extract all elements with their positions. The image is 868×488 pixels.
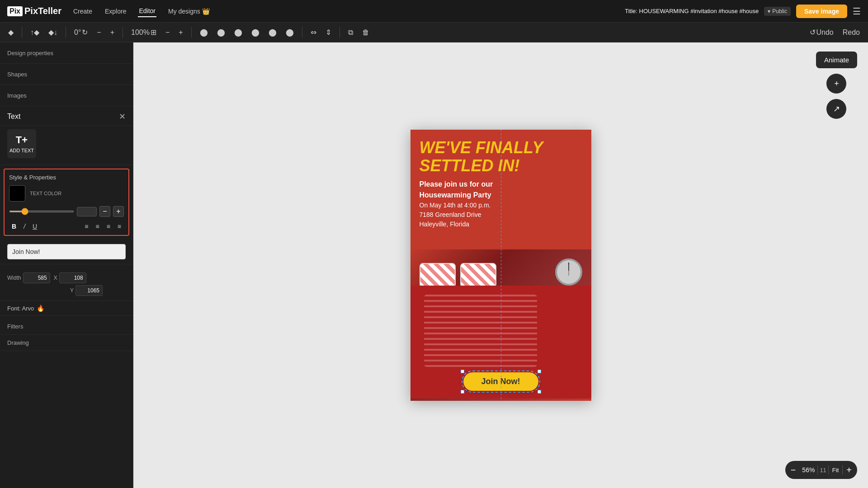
font-row[interactable]: Font: Arvo 🔥 xyxy=(0,301,133,316)
rotation-field[interactable]: 0° ↻ xyxy=(71,26,90,38)
design-properties-label[interactable]: Design properties xyxy=(7,50,53,56)
font-size-decrease-button[interactable]: − xyxy=(99,206,110,217)
canvas-area[interactable]: WE'VE FINALLY SETTLED IN! Please join us… xyxy=(133,42,868,488)
bold-button[interactable]: B xyxy=(9,221,19,231)
subtext-area: Please join us for our Housewarming Part… xyxy=(420,179,582,229)
duplicate-icon[interactable]: ⧉ xyxy=(345,27,356,38)
align-justify-button[interactable]: ≡ xyxy=(115,221,124,231)
zoom-out-btn[interactable]: − xyxy=(163,27,172,38)
public-label: Public xyxy=(772,8,787,14)
move-up-icon[interactable]: ↑◆ xyxy=(28,26,42,38)
animate-button[interactable]: Animate xyxy=(816,52,857,68)
align-left-button[interactable]: ≡ xyxy=(82,221,91,231)
design-canvas[interactable]: WE'VE FINALLY SETTLED IN! Please join us… xyxy=(410,130,591,401)
flip-h-icon[interactable]: ⇔ xyxy=(308,26,319,38)
share-button[interactable]: ↗ xyxy=(826,99,846,119)
y-row: Y xyxy=(7,285,126,296)
layer-icon[interactable]: ◆ xyxy=(5,26,16,38)
subtext-address1: 7188 Greenland Drive xyxy=(420,210,582,220)
add-text-button[interactable]: T+ ADD TEXT xyxy=(7,129,36,158)
handle-tr xyxy=(538,370,541,373)
nav-editor[interactable]: Editor xyxy=(138,5,156,17)
handle-br xyxy=(538,390,541,394)
toolbar-separator-5 xyxy=(302,27,302,38)
width-input[interactable] xyxy=(23,272,50,283)
style-properties-panel: Style & Properties TEXT COLOR 32 − + B /… xyxy=(4,169,129,236)
top-navigation: Pix PixTeller Create Explore Editor My d… xyxy=(0,0,868,23)
nav-my-designs[interactable]: My designs 👑 xyxy=(167,6,211,17)
font-size-slider[interactable] xyxy=(9,211,74,212)
text-content-input[interactable] xyxy=(7,244,126,259)
text-section-header: Text ✕ xyxy=(0,106,133,126)
align-top-icon[interactable]: ⬤ xyxy=(249,26,262,38)
align-right-icon[interactable]: ⬤ xyxy=(231,26,245,38)
close-text-panel-button[interactable]: ✕ xyxy=(119,112,126,122)
font-size-row: 32 − + xyxy=(9,206,124,217)
align-center-h-icon[interactable]: ⬤ xyxy=(214,26,228,38)
align-right-button[interactable]: ≡ xyxy=(104,221,113,231)
subtext-intro: Please join us for our xyxy=(420,180,493,188)
save-image-button[interactable]: Save image xyxy=(796,5,847,18)
undo-btn[interactable]: ↺ Undo xyxy=(807,26,836,38)
align-bottom-icon[interactable]: ⬤ xyxy=(266,26,279,38)
shapes-section[interactable]: Shapes xyxy=(0,64,133,85)
font-size-input[interactable]: 32 xyxy=(77,207,97,216)
width-field: Width xyxy=(7,272,50,283)
canvas-bottom-img: Join Now! xyxy=(410,249,591,401)
plus-size-btn[interactable]: + xyxy=(108,27,117,38)
x-field: X xyxy=(54,272,86,283)
shapes-label[interactable]: Shapes xyxy=(7,71,27,78)
filters-item[interactable]: Filters xyxy=(0,319,133,335)
subtext-address2: Haleyville, Florida xyxy=(420,220,582,229)
align-center-button[interactable]: ≡ xyxy=(93,221,102,231)
title-value[interactable]: HOUSEWARMING #invitation #house #house xyxy=(639,8,759,14)
align-left-icon[interactable]: ⬤ xyxy=(197,26,211,38)
text-icon: T+ xyxy=(16,134,28,146)
handle-tl xyxy=(461,370,464,373)
zoom-in-btn[interactable]: + xyxy=(176,27,185,38)
move-down-icon[interactable]: ◆↓ xyxy=(46,26,60,38)
nav-create[interactable]: Create xyxy=(72,6,93,17)
title-label: Title: xyxy=(625,8,637,14)
italic-button[interactable]: / xyxy=(21,221,28,231)
logo[interactable]: Pix PixTeller xyxy=(7,6,61,16)
images-section[interactable]: Images xyxy=(0,85,133,106)
font-size-increase-button[interactable]: + xyxy=(113,206,124,217)
x-input[interactable] xyxy=(59,272,86,283)
drawing-item[interactable]: Drawing xyxy=(0,335,133,351)
pillow-2 xyxy=(460,263,496,288)
public-badge[interactable]: ▾ Public xyxy=(764,7,791,16)
nav-explore[interactable]: Explore xyxy=(104,6,127,17)
y-input[interactable] xyxy=(75,285,103,296)
zoom-pct-btn[interactable]: 100% ⊞ xyxy=(128,26,159,38)
add-element-button[interactable]: + xyxy=(826,74,846,94)
flip-v-icon[interactable]: ⇕ xyxy=(323,26,334,38)
format-row: B / U ≡ ≡ ≡ ≡ xyxy=(9,221,124,231)
dropdown-arrow-icon: ▾ xyxy=(768,8,770,14)
text-section-label: Text xyxy=(7,113,20,121)
zoom-fit-button[interactable]: Fit xyxy=(829,467,842,474)
zoom-in-button[interactable]: + xyxy=(843,465,855,475)
redo-btn[interactable]: Redo xyxy=(840,27,863,38)
rotation-icon: ↻ xyxy=(82,28,88,37)
logo-text: PixTeller xyxy=(24,6,61,16)
toolbar-separator-4 xyxy=(191,27,192,38)
delete-icon[interactable]: 🗑 xyxy=(359,27,372,38)
images-label[interactable]: Images xyxy=(7,92,27,99)
zoom-out-button[interactable]: − xyxy=(787,465,800,475)
align-buttons: ≡ ≡ ≡ ≡ xyxy=(82,221,124,231)
join-now-button[interactable]: Join Now! xyxy=(463,372,538,391)
width-label: Width xyxy=(7,275,21,281)
underline-button[interactable]: U xyxy=(30,221,40,231)
hamburger-icon[interactable]: ☰ xyxy=(853,6,861,17)
minus-size-btn[interactable]: − xyxy=(94,27,104,38)
text-color-swatch[interactable] xyxy=(9,185,25,202)
pillow-1 xyxy=(420,263,456,288)
handle-bl xyxy=(461,390,464,394)
y-label: Y xyxy=(70,287,74,294)
bottom-items: Filters Drawing xyxy=(0,316,133,354)
align-v-center-icon[interactable]: ⬤ xyxy=(283,26,297,38)
nav-right: Title: HOUSEWARMING #invitation #house #… xyxy=(625,5,861,18)
design-properties-section[interactable]: Design properties xyxy=(0,42,133,64)
text-content-section xyxy=(0,239,133,264)
